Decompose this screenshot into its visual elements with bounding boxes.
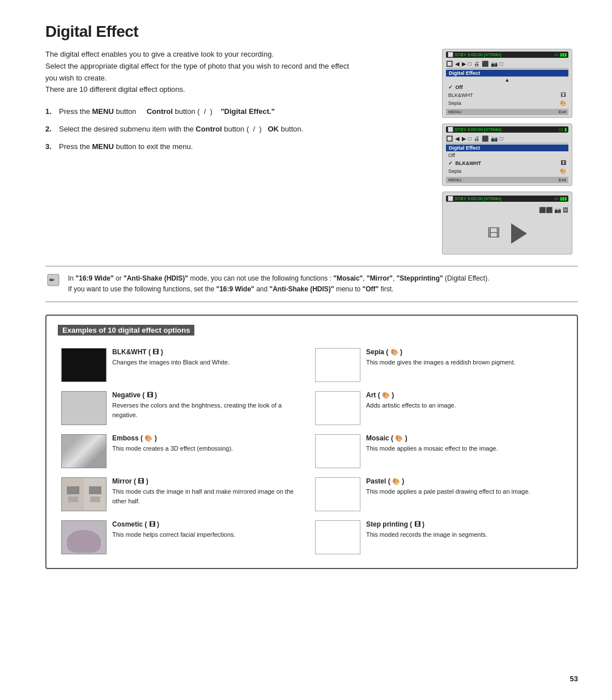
info-pastel: Pastel ( 🎨 ) This mode applies a pale pa…	[366, 477, 562, 497]
mirror-rect-1	[67, 486, 79, 494]
main-content: The digital effect enables you to give a…	[45, 49, 578, 254]
mirror-left	[62, 478, 84, 511]
info-stepprinting: Step printing ( 🎞 ) This moded records t…	[366, 520, 562, 540]
title-negative: Negative ( 🎞 )	[112, 391, 308, 399]
note-icon: ✏	[45, 273, 61, 295]
thumb-pastel	[315, 477, 360, 511]
example-mirror: Mirror ( 🎞 ) This mode cuts the image in…	[58, 473, 312, 516]
examples-grid: BLK&WHT ( 🎞 ) Changes the images into Bl…	[58, 343, 566, 559]
cam-menu-off-2: Off	[446, 151, 568, 159]
example-art: Art ( 🎨 ) Adds artistic effects to an im…	[312, 387, 566, 430]
cam-status-2: ⬜ STBY 0:00:00 [475Min]	[448, 127, 502, 132]
cam-icons-row-2: 🔲 ◀ ▶ □ 🖨 ⬛ 📷 □	[446, 134, 568, 143]
cam-icon-2: ◀	[455, 61, 460, 67]
desc-mirror: This mode cuts the image in half and mak…	[112, 487, 308, 506]
desc-cosmetic: This mode helps correct facial imperfect…	[112, 530, 308, 540]
info-mirror: Mirror ( 🎞 ) This mode cuts the image in…	[112, 477, 308, 506]
cam-icon-zoom: 🎞	[487, 226, 500, 241]
example-cosmetic: Cosmetic ( 🎞 ) This mode helps correct f…	[58, 516, 312, 559]
cam-screen-3: ⬜ STBY 0:00:00 [475Min] ▭ ▮▮▮ ⬛⬛ 📷 🖼 🎞	[442, 192, 572, 254]
cam-icon-2f: 📷	[491, 135, 498, 142]
title-emboss: Emboss ( 🎨 )	[112, 434, 308, 442]
desc-emboss: This mode creates a 3D effect (embossing…	[112, 444, 308, 453]
info-blkwht: BLK&WHT ( 🎞 ) Changes the images into Bl…	[112, 348, 308, 367]
step-1-num: 1.	[45, 106, 54, 118]
step-2: 2. Select the desired submenu item with …	[45, 124, 428, 135]
step-2-text: Select the desired submenu item with the…	[59, 124, 428, 135]
pencil-icon: ✏	[46, 273, 60, 287]
thumb-negative	[61, 391, 107, 425]
info-cosmetic: Cosmetic ( 🎞 ) This mode helps correct f…	[112, 520, 308, 540]
cam-icon-7: □	[500, 61, 503, 67]
cam-icon-5: ⬛	[482, 61, 488, 67]
thumb-mosaic	[315, 434, 360, 468]
title-pastel: Pastel ( 🎨 )	[366, 477, 562, 485]
desc-sepia: This mode gives the images a reddish bro…	[366, 358, 562, 367]
desc-mosaic: This mode applies a mosaic effect to the…	[366, 444, 562, 453]
desc-stepprinting: This moded records the image in segments…	[366, 530, 562, 540]
cam-icon-2a: 🔲	[446, 135, 453, 142]
cam-battery-1: ▭ ▮▮▮	[554, 52, 567, 57]
info-emboss: Emboss ( 🎨 ) This mode creates a 3D effe…	[112, 434, 308, 453]
cam-icon-2c: ▶ □	[462, 135, 471, 142]
example-emboss: Emboss ( 🎨 ) This mode creates a 3D effe…	[58, 430, 312, 473]
cam-screen-1: ⬜ STBY 0:00:00 [475Min] ▭ ▮▮▮ 🔲 ◀ ▶ □ 🖨 …	[442, 49, 572, 118]
cam-icon-4: 🖨	[474, 61, 479, 67]
cam-menu-title-1: Digital Effect	[446, 70, 568, 77]
thumb-mirror	[61, 477, 107, 511]
step-3-num: 3.	[45, 141, 54, 153]
screenshots-panel: ⬜ STBY 0:00:00 [475Min] ▭ ▮▮▮ 🔲 ◀ ▶ □ 🖨 …	[442, 49, 578, 254]
title-mirror: Mirror ( 🎞 )	[112, 477, 308, 485]
cam-icon-6: 📷	[491, 61, 498, 67]
cam-screen-2: ⬜ STBY 0:00:00 [475Min] ▭ ▮ 🔲 ◀ ▶ □ 🖨 ⬛ …	[442, 124, 572, 186]
cam-icon-2g: □	[500, 135, 503, 142]
cam-menu-blkwht-2: ✓ BLK&WHT 🎞	[446, 159, 568, 167]
desc-negative: Reverses the colors and the brightness, …	[112, 401, 308, 419]
example-sepia: Sepia ( 🎨 ) This mode gives the images a…	[312, 343, 566, 387]
play-triangle	[511, 223, 527, 244]
title-art: Art ( 🎨 )	[366, 391, 562, 399]
step-3: 3. Press the MENU button to exit the men…	[45, 141, 428, 153]
mirror-rect-4	[90, 497, 100, 502]
thumb-stepprinting	[315, 520, 360, 554]
mirror-rect-2	[68, 497, 78, 502]
title-stepprinting: Step printing ( 🎞 )	[366, 520, 562, 528]
cam-bottom-2: MENU Exit	[446, 177, 568, 183]
check-1: ✓	[448, 84, 453, 90]
intro-text: The digital effect enables you to give a…	[45, 49, 363, 96]
info-mosaic: Mosaic ( 🎨 ) This mode applies a mosaic …	[366, 434, 562, 453]
cam-bottom-1: MENU Exit	[446, 109, 568, 115]
cam-screen-3-top: ⬜ STBY 0:00:00 [475Min] ▭ ▮▮▮	[446, 196, 568, 203]
step-3-text: Press the MENU button to exit the menu.	[59, 141, 428, 153]
example-negative: Negative ( 🎞 ) Reverses the colors and t…	[58, 387, 312, 430]
page-title: Digital Effect	[45, 23, 578, 41]
instructions-panel: The digital effect enables you to give a…	[45, 49, 428, 159]
check-2: ✓	[448, 160, 453, 166]
step-1-text: Press the MENU button Control button ( /…	[59, 106, 428, 118]
example-mosaic: Mosaic ( 🎨 ) This mode applies a mosaic …	[312, 430, 566, 473]
cam-icon-2e: ⬛	[482, 135, 488, 142]
cam-menu-title-2: Digital Effect	[446, 145, 568, 151]
mirror-content	[62, 478, 106, 511]
cam-icon-3: ▶ □	[462, 61, 471, 67]
cam-menu-sepia-2: Sepia 🎨	[446, 167, 568, 175]
thumb-blkwht	[61, 348, 107, 382]
page-number: 53	[570, 674, 578, 683]
cam-body-3: 🎞	[446, 217, 568, 251]
cam-topbar-1: ⬜ STBY 0:00:00 [475Min] ▭ ▮▮▮	[446, 52, 568, 58]
example-blkwht: BLK&WHT ( 🎞 ) Changes the images into Bl…	[58, 343, 312, 387]
cam-menu-blkwht-1: BLK&WHT 🎞	[446, 91, 568, 99]
cam-arrow-1: ▲	[446, 77, 568, 83]
cam-icon-2d: 🖨	[474, 135, 479, 142]
thumb-art	[315, 391, 360, 425]
desc-art: Adds artistic effects to an image.	[366, 401, 562, 410]
mirror-right	[84, 478, 106, 511]
cam-icons-row-1: 🔲 ◀ ▶ □ 🖨 ⬛ 📷 □	[446, 60, 568, 69]
note-box: ✏ In "16:9 Wide" or "Anti-Shake (HDIS)" …	[45, 266, 578, 302]
title-mosaic: Mosaic ( 🎨 )	[366, 434, 562, 442]
thumb-sepia	[315, 348, 360, 382]
cam-icon-2b: ◀	[455, 135, 460, 142]
svg-text:✏: ✏	[49, 277, 55, 283]
info-negative: Negative ( 🎞 ) Reverses the colors and t…	[112, 391, 308, 419]
step-2-num: 2.	[45, 124, 54, 135]
